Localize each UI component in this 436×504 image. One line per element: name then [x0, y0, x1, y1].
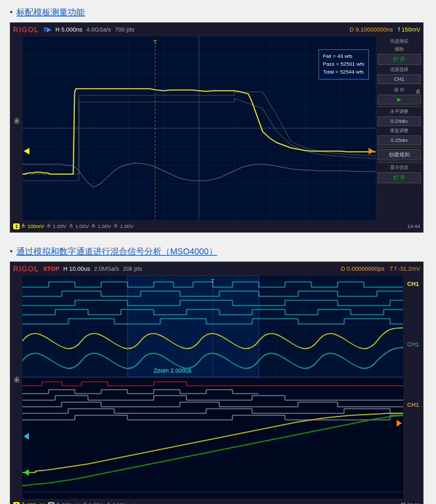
svg-rect-10 [127, 275, 259, 377]
scope1-ch1-indicator: 1 ≙ 100mV [13, 223, 44, 229]
scope1-container: RIGOL T▶ H 5.000ns 4.0GSa/s 700 pts D 9.… [10, 22, 424, 233]
bullet-2: • [10, 247, 12, 256]
scope1-sample-rate: 4.0GSa/s [86, 26, 111, 33]
rp-arrow-btn[interactable]: ▶ [378, 95, 421, 104]
rigol-logo-2: RIGOL [13, 265, 39, 273]
scope2-topbar-right: D 0.00000000ps T f -31.2mV [341, 265, 420, 272]
scope2-ch3-mv: ≙ 1.00V [83, 502, 102, 505]
scope2-la-label: LA [130, 502, 137, 505]
section2-header: • 通过模拟和数字通道进行混合信号分析（MSO4000） [10, 246, 426, 258]
scope2-usb-indicator: ⌘ 09:31 [401, 502, 420, 505]
rp-v-adj-val[interactable]: 0.25div [378, 135, 421, 145]
scope1-ch3-mv: ≙ 1.00V [69, 223, 89, 229]
scope2-main: 水平 [11, 275, 423, 499]
scope2-ch2-indicator: 2 ≙ 500mV [48, 502, 79, 505]
scope2-ch1-cyan: CH1 [407, 341, 419, 348]
section1-link[interactable]: 标配模板测量功能 [16, 7, 85, 18]
scope2-ch1-num: 1 [13, 502, 20, 505]
scope1-voltage: f 150mV [398, 26, 420, 33]
rp-open-btn1[interactable]: 打 开 [378, 54, 421, 65]
section2: • 通过模拟和数字通道进行混合信号分析（MSO4000） RIGOL STOP … [10, 246, 426, 504]
scope1-time-div: H 5.000ns [55, 26, 82, 33]
scope1-topbar-right: D 9.10000000ns f 150mV [349, 26, 420, 33]
rp-create-rule-btn[interactable]: 创建规则 [378, 149, 421, 160]
scope1-ch1-mv: ≙ 100mV [21, 223, 44, 229]
scope1-bottombar: 1 ≙ 100mV ≙ 1.00V ≙ 1.00V ≙ 1.00V ≙ 1.00… [11, 220, 423, 232]
scope2-ch1-indicator: 1 ≙ 290mV [13, 502, 44, 505]
scope2-status: STOP [43, 265, 59, 272]
scope1-trigger-time: D 9.10000000ns [349, 26, 393, 33]
rp-source-label: 信源选择 [378, 66, 421, 73]
scope2-ch2-mv: ≙ 500mV [56, 502, 79, 505]
scope2-topbar: RIGOL STOP H 10.00us 2.0MSa/s 20k pts D … [11, 262, 423, 275]
rp-v-adj-label: 垂直调整 [378, 127, 421, 134]
scope2-voltage: T f -31.2mV [389, 265, 420, 272]
usb-icon: ⌘ [401, 502, 406, 505]
scope1-ch1-num: 1 [13, 223, 20, 229]
svg-text:T: T [211, 278, 215, 285]
info-line1: Fail = 43 wfs [323, 53, 364, 60]
section2-link[interactable]: 通过模拟和数字通道进行混合信号分析（MSO4000） [16, 246, 217, 258]
scope2-ch1-label: CH1 [407, 281, 419, 287]
rp-display-info-label: 显示信息 [378, 164, 421, 171]
scope2-sample-rate: 2.0MSa/s [94, 265, 119, 272]
section1-header: • 标配模板测量功能 [10, 7, 426, 18]
rp-h-adj-label: 水平调整 [378, 108, 421, 115]
scope1-right-panel: 先进测试 辅助 打 开 信源选择 CH1 通 操 作 ▶ 水平调整 0.24di… [376, 36, 423, 220]
scope1-time-display: 14:44 [407, 223, 420, 229]
scope2-y-label: 水平 [11, 275, 22, 499]
scope2-grid-svg: T [22, 275, 403, 499]
scope1-status: T▶ [43, 26, 52, 33]
scope2-container: RIGOL STOP H 10.00us 2.0MSa/s 20k pts D … [10, 262, 424, 504]
scope1-sample-pts: 700 pts [115, 26, 135, 33]
scope2-bottombar: 1 ≙ 290mV 2 ≙ 500mV ≙ 1.00V ≙ 1.00V LA ⌘… [11, 499, 423, 504]
svg-text:T: T [153, 39, 157, 45]
scope2-ch4-mv: ≙ 1.00V [106, 502, 126, 505]
scope1-ch5-mv: ≙ 1.00V [114, 223, 133, 229]
scope1-info-box: Fail = 43 wfs Pass = 52501 wfs Total = 5… [318, 49, 369, 80]
rp-ch1-btn[interactable]: CH1 [378, 74, 421, 84]
scope1-ch2-mv: ≙ 1.00V [47, 223, 66, 229]
scope1-ch4-mv: ≙ 1.00V [91, 223, 111, 229]
scope2-sample-pts: 20k pts [123, 265, 142, 272]
svg-text:Zoom 2.000us: Zoom 2.000us [154, 367, 192, 374]
scope2-ch1-orange: CH1 [407, 401, 419, 408]
info-line2: Pass = 52501 wfs [323, 60, 364, 68]
scope2-ch1-mv: ≙ 290mV [21, 502, 44, 505]
scope1-screen: T Fail = 43 wfs Pass = 52501 wfs Total =… [22, 36, 376, 220]
rp-aux-label: 辅助 [378, 46, 421, 53]
scope1-y-label: 水平 [11, 36, 22, 220]
rp-operate-label: 操 作 [378, 87, 421, 93]
scope2-right-panel: CH1 CH1 CH1 [403, 275, 423, 499]
scope2-ch2-num: 2 [48, 502, 54, 505]
rp-open-btn2[interactable]: 打 开 [378, 172, 421, 183]
info-line3: Total = 52544 wfs [323, 68, 364, 76]
bullet-1: • [10, 8, 12, 17]
rp-advanced-label: 先进测试 [378, 38, 421, 45]
scope2-time-div: H 10.00us [63, 265, 90, 272]
scope2-trigger-time: D 0.00000000ps [341, 265, 384, 272]
rp-h-adj-val[interactable]: 0.24div [378, 116, 421, 126]
scope2-time-display: 09:31 [407, 502, 420, 505]
scope1-topbar: RIGOL T▶ H 5.000ns 4.0GSa/s 700 pts D 9.… [11, 23, 423, 36]
rigol-logo-1: RIGOL [13, 26, 39, 34]
scope1-main: 水平 [11, 36, 423, 220]
scope2-screen: T [22, 275, 403, 499]
